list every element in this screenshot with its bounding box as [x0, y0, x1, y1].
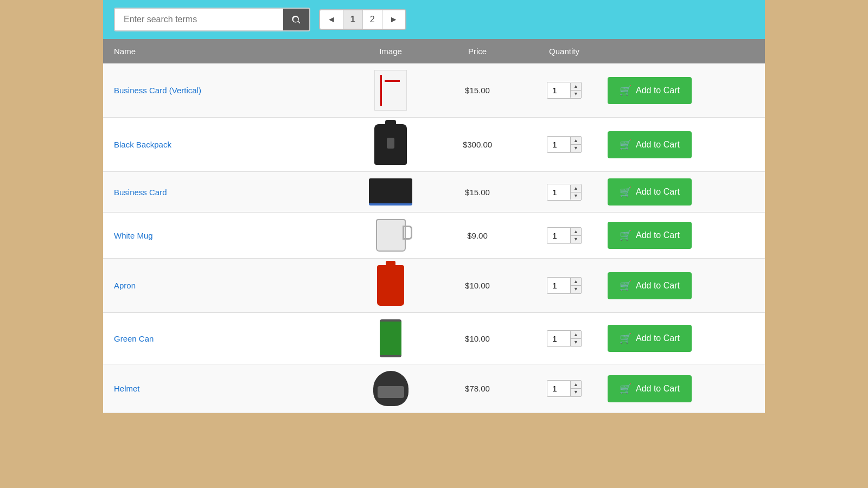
- product-price-2: $15.00: [434, 188, 521, 197]
- search-input[interactable]: [115, 9, 283, 30]
- qty-increment-0[interactable]: ▲: [571, 83, 581, 91]
- table-row: Helmet $78.00 ▲ ▼ 🛒 Add to Cart: [103, 364, 765, 413]
- product-name-white-mug[interactable]: White Mug: [114, 231, 347, 240]
- table-row: White Mug $9.00 ▲ ▼ 🛒 Add to Cart: [103, 213, 765, 259]
- qty-spinners-5: ▲ ▼: [570, 331, 581, 346]
- business-card-img: [369, 178, 412, 206]
- table-row: Black Backpack $300.00 ▲ ▼ 🛒 Add to Cart: [103, 118, 765, 172]
- cart-icon: 🛒: [620, 383, 631, 395]
- header-bar: ◄ 1 2 ►: [103, 0, 765, 39]
- cart-icon: 🛒: [620, 85, 631, 97]
- qty-increment-2[interactable]: ▲: [571, 185, 581, 192]
- backpack-img: [374, 124, 407, 165]
- product-name-business-card-vertical[interactable]: Business Card (Vertical): [114, 86, 347, 95]
- qty-spinners-6: ▲ ▼: [570, 381, 581, 396]
- col-header-image: Image: [347, 47, 434, 56]
- col-header-name: Name: [114, 47, 347, 56]
- quantity-input-3[interactable]: [547, 228, 570, 243]
- product-price-1: $300.00: [434, 140, 521, 149]
- pagination-next[interactable]: ►: [382, 10, 405, 29]
- pagination-page-2[interactable]: 2: [363, 10, 382, 29]
- can-img: [380, 319, 401, 357]
- qty-input-wrapper-1: ▲ ▼: [547, 136, 582, 153]
- add-to-cart-cell-0: 🛒 Add to Cart: [608, 77, 754, 104]
- table-row: Green Can $10.00 ▲ ▼ 🛒 Add to Cart: [103, 313, 765, 364]
- search-icon: [291, 14, 302, 25]
- quantity-cell-4: ▲ ▼: [521, 277, 608, 294]
- helmet-img: [373, 371, 409, 406]
- qty-input-wrapper-6: ▲ ▼: [547, 380, 582, 397]
- product-image-apron: [347, 265, 434, 306]
- cart-icon: 🛒: [620, 229, 631, 241]
- qty-increment-4[interactable]: ▲: [571, 278, 581, 286]
- product-price-6: $78.00: [434, 384, 521, 393]
- product-price-3: $9.00: [434, 231, 521, 240]
- mug-img: [376, 219, 406, 252]
- quantity-cell-1: ▲ ▼: [521, 136, 608, 153]
- quantity-input-6[interactable]: [547, 381, 570, 396]
- search-wrapper: [114, 8, 310, 31]
- quantity-cell-0: ▲ ▼: [521, 82, 608, 99]
- product-image-business-card: [347, 178, 434, 206]
- product-name-helmet[interactable]: Helmet: [114, 384, 347, 393]
- cart-icon: 🛒: [620, 186, 631, 198]
- qty-spinners-3: ▲ ▼: [570, 228, 581, 243]
- product-name-business-card[interactable]: Business Card: [114, 188, 347, 197]
- add-to-cart-button-4[interactable]: 🛒 Add to Cart: [608, 272, 692, 299]
- product-image-helmet: [347, 371, 434, 406]
- qty-decrement-2[interactable]: ▼: [571, 192, 581, 200]
- qty-increment-3[interactable]: ▲: [571, 228, 581, 236]
- add-to-cart-button-3[interactable]: 🛒 Add to Cart: [608, 222, 692, 249]
- product-name-green-can[interactable]: Green Can: [114, 334, 347, 343]
- qty-decrement-3[interactable]: ▼: [571, 236, 581, 243]
- product-image-black-backpack: [347, 124, 434, 165]
- product-name-black-backpack[interactable]: Black Backpack: [114, 140, 347, 149]
- table-row: Business Card $15.00 ▲ ▼ 🛒 Add to Cart: [103, 172, 765, 213]
- cart-icon: 🛒: [620, 280, 631, 292]
- quantity-input-5[interactable]: [547, 331, 570, 346]
- quantity-input-2[interactable]: [547, 184, 570, 200]
- qty-decrement-4[interactable]: ▼: [571, 286, 581, 293]
- add-to-cart-label-1: Add to Cart: [636, 140, 680, 150]
- col-header-price: Price: [434, 47, 521, 56]
- qty-decrement-1[interactable]: ▼: [571, 145, 581, 152]
- quantity-input-4[interactable]: [547, 278, 570, 293]
- add-to-cart-cell-3: 🛒 Add to Cart: [608, 222, 754, 249]
- quantity-input-0[interactable]: [547, 82, 570, 98]
- add-to-cart-label-2: Add to Cart: [636, 187, 680, 197]
- pagination: ◄ 1 2 ►: [319, 9, 406, 30]
- qty-decrement-6[interactable]: ▼: [571, 389, 581, 396]
- qty-input-wrapper-0: ▲ ▼: [547, 82, 582, 99]
- qty-input-wrapper-4: ▲ ▼: [547, 277, 582, 294]
- qty-decrement-5[interactable]: ▼: [571, 339, 581, 346]
- product-image-business-card-vertical: [347, 70, 434, 111]
- qty-increment-5[interactable]: ▲: [571, 331, 581, 339]
- add-to-cart-label-3: Add to Cart: [636, 230, 680, 240]
- add-to-cart-button-5[interactable]: 🛒 Add to Cart: [608, 325, 692, 352]
- cart-icon: 🛒: [620, 332, 631, 344]
- qty-input-wrapper-3: ▲ ▼: [547, 227, 582, 244]
- pagination-page-1[interactable]: 1: [343, 10, 363, 29]
- pagination-prev[interactable]: ◄: [320, 10, 343, 29]
- quantity-cell-3: ▲ ▼: [521, 227, 608, 244]
- add-to-cart-cell-4: 🛒 Add to Cart: [608, 272, 754, 299]
- add-to-cart-cell-2: 🛒 Add to Cart: [608, 178, 754, 206]
- product-price-4: $10.00: [434, 281, 521, 290]
- add-to-cart-button-0[interactable]: 🛒 Add to Cart: [608, 77, 692, 104]
- add-to-cart-button-1[interactable]: 🛒 Add to Cart: [608, 131, 692, 158]
- add-to-cart-button-2[interactable]: 🛒 Add to Cart: [608, 178, 692, 206]
- add-to-cart-button-6[interactable]: 🛒 Add to Cart: [608, 375, 692, 402]
- search-button[interactable]: [283, 9, 309, 30]
- product-image-white-mug: [347, 219, 434, 252]
- qty-spinners-2: ▲ ▼: [570, 185, 581, 200]
- col-header-action: [608, 47, 754, 56]
- qty-increment-6[interactable]: ▲: [571, 381, 581, 389]
- table-row: Business Card (Vertical) $15.00 ▲ ▼ 🛒 Ad…: [103, 63, 765, 118]
- product-name-apron[interactable]: Apron: [114, 281, 347, 290]
- qty-increment-1[interactable]: ▲: [571, 137, 581, 145]
- qty-decrement-0[interactable]: ▼: [571, 91, 581, 98]
- quantity-input-1[interactable]: [547, 137, 570, 152]
- quantity-cell-5: ▲ ▼: [521, 330, 608, 347]
- col-header-quantity: Quantity: [521, 47, 608, 56]
- add-to-cart-cell-6: 🛒 Add to Cart: [608, 375, 754, 402]
